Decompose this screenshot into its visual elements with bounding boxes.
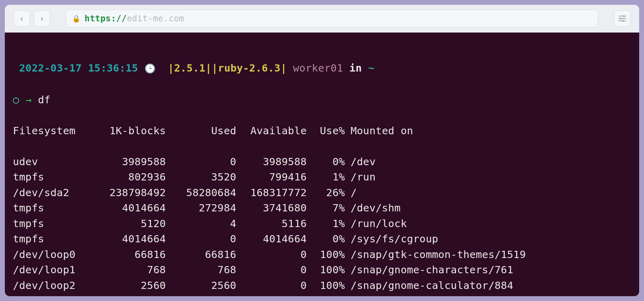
used: 66816 [166,247,236,262]
df-row: udev3989588039895880%/dev [13,154,631,170]
mount: /snap/gtk-common-themes/1519 [345,247,526,262]
mount: /run/lock [345,216,407,231]
use: 1% [307,169,345,185]
forward-button[interactable]: › [34,10,50,27]
prompt-datetime: 2022-03-17 15:36:15 [19,62,138,74]
df-row: tmpfs80293635207994161%/run [13,169,631,185]
fs: tmpfs [13,231,95,247]
avail: 0 [236,247,307,262]
mount: /sys/fs/cgroup [345,231,438,247]
blocks: 768 [95,262,166,278]
mount: / [345,185,357,201]
fs: udev [13,154,95,170]
use: 100% [307,262,345,278]
df-header: Filesystem1K-blocksUsedAvailableUse%Moun… [13,123,631,139]
fs: /dev/loop1 [13,262,95,278]
url-host: edit-me.com [127,14,184,23]
df-row: tmpfs5120451161%/run/lock [13,216,631,231]
chevron-right-icon: › [39,14,44,23]
browser-toolbar: ‹ › 🔒 https://edit-me.com [5,5,639,33]
svg-point-1 [623,16,625,17]
used: 768 [166,262,236,278]
prompt-versions: |2.5.1||ruby-2.6.3| [168,62,287,74]
settings-icon [618,15,626,22]
blocks: 3989588 [95,154,166,170]
url-scheme: https:// [85,14,127,23]
svg-point-5 [623,20,624,22]
address-bar[interactable]: 🔒 https://edit-me.com [66,10,598,27]
blocks: 4014664 [95,231,166,247]
prompt-line-2: ○ → df [13,92,631,108]
df-row: /dev/loop32548482548480100%/snap/gnome-3… [13,293,631,296]
avail: 4014664 [236,231,307,247]
clock-icon: 🕒 [144,63,155,74]
app-window: ‹ › 🔒 https://edit-me.com 2022-03-17 15:… [5,5,639,296]
chevron-left-icon: ‹ [19,14,24,23]
terminal[interactable]: 2022-03-17 15:36:15 🕒 |2.5.1||ruby-2.6.3… [5,33,639,296]
back-button[interactable]: ‹ [14,10,30,27]
df-row: tmpfs401466427298437416807%/dev/shm [13,200,631,216]
fs: tmpfs [13,216,95,231]
fs: /dev/sda2 [13,185,95,201]
fs: /dev/loop2 [13,278,95,293]
used: 254848 [166,293,236,296]
use: 100% [307,293,345,296]
prompt-circle: ○ [13,94,19,106]
prompt-path: ~ [368,62,375,74]
lock-icon: 🔒 [72,14,80,23]
used: 4 [166,216,236,231]
used: 0 [166,154,236,170]
settings-button[interactable] [614,10,630,27]
mount: /snap/gnome-characters/761 [345,262,513,278]
used: 272984 [166,200,236,216]
fs: tmpfs [13,169,95,185]
mount: /dev/shm [345,200,400,216]
prompt-user: worker01 [293,62,343,74]
blocks: 4014664 [95,200,166,216]
blocks: 2560 [95,278,166,293]
used: 2560 [166,278,236,293]
use: 1% [307,216,345,231]
fs: tmpfs [13,200,95,216]
avail: 0 [236,278,307,293]
prompt-command: df [38,94,50,106]
blocks: 254848 [95,293,166,296]
used: 0 [166,231,236,247]
use: 26% [307,185,345,201]
blocks: 5120 [95,216,166,231]
blocks: 802936 [95,169,166,185]
avail: 3989588 [236,154,307,170]
use: 0% [307,154,345,170]
avail: 3741680 [236,200,307,216]
df-row: /dev/sda22387984925828068416831777226%/ [13,185,631,201]
df-row: /dev/loop066816668160100%/snap/gtk-commo… [13,247,631,262]
avail: 168317772 [236,185,307,201]
prompt-line-1: 2022-03-17 15:36:15 🕒 |2.5.1||ruby-2.6.3… [13,60,631,77]
fs: /dev/loop0 [13,247,95,262]
use: 0% [307,231,345,247]
prompt-arrow: → [25,94,32,106]
svg-point-3 [620,18,621,19]
avail: 0 [236,293,307,296]
avail: 0 [236,262,307,278]
avail: 799416 [236,169,307,185]
df-row: /dev/loop17687680100%/snap/gnome-charact… [13,262,631,278]
used: 58280684 [166,185,236,201]
mount: /snap/gnome-calculator/884 [345,278,513,293]
url-text: https://edit-me.com [85,14,184,23]
avail: 5116 [236,216,307,231]
mount: /run [345,169,376,185]
use: 7% [307,200,345,216]
df-row: /dev/loop2256025600100%/snap/gnome-calcu… [13,278,631,293]
mount: /dev [345,154,376,170]
blocks: 66816 [95,247,166,262]
used: 3520 [166,169,236,185]
use: 100% [307,278,345,293]
blocks: 238798492 [95,185,166,201]
prompt-in: in [349,62,362,74]
fs: /dev/loop3 [13,293,95,296]
use: 100% [307,247,345,262]
mount: /snap/gnome-3-38-2004/99 [345,293,501,296]
df-row: tmpfs4014664040146640%/sys/fs/cgroup [13,231,631,247]
